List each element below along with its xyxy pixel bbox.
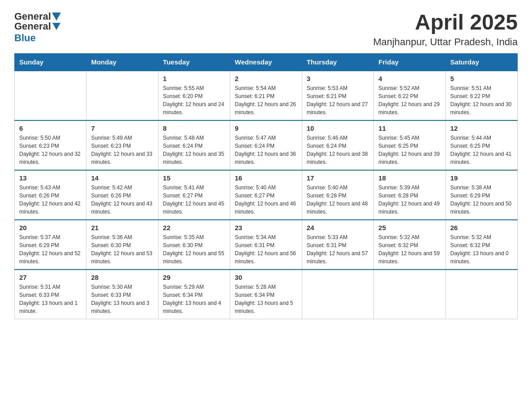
day-number: 3 [307,75,369,82]
header-sunday: Sunday [15,53,86,71]
logo-general-text2: General [14,21,51,32]
day-detail: Sunrise: 5:36 AMSunset: 6:30 PMDaylight:… [91,233,153,265]
calendar-cell: 8Sunrise: 5:48 AMSunset: 6:24 PMDaylight… [158,120,230,170]
week-row-1: 1Sunrise: 5:55 AMSunset: 6:20 PMDaylight… [15,71,518,120]
calendar-cell: 10Sunrise: 5:46 AMSunset: 6:24 PMDayligh… [302,120,373,170]
day-number: 20 [19,224,82,231]
day-number: 25 [378,224,441,231]
day-number: 23 [235,224,297,231]
calendar-cell: 15Sunrise: 5:41 AMSunset: 6:27 PMDayligh… [158,170,230,220]
calendar-cell: 28Sunrise: 5:30 AMSunset: 6:33 PMDayligh… [86,270,158,319]
day-number: 18 [378,174,441,182]
day-detail: Sunrise: 5:29 AMSunset: 6:34 PMDaylight:… [163,283,225,315]
day-number: 19 [450,174,513,182]
calendar-cell: 25Sunrise: 5:32 AMSunset: 6:32 PMDayligh… [374,220,446,270]
day-detail: Sunrise: 5:39 AMSunset: 6:28 PMDaylight:… [378,184,441,216]
day-detail: Sunrise: 5:32 AMSunset: 6:32 PMDaylight:… [378,233,441,265]
logo-blue-text: Blue [14,32,36,43]
day-number: 10 [307,124,369,132]
week-row-3: 13Sunrise: 5:43 AMSunset: 6:26 PMDayligh… [15,170,518,220]
calendar-cell [302,270,373,319]
calendar-cell: 5Sunrise: 5:51 AMSunset: 6:22 PMDaylight… [446,71,517,120]
day-number: 1 [163,75,225,82]
day-detail: Sunrise: 5:31 AMSunset: 6:33 PMDaylight:… [19,283,82,315]
title-block: April 2025 Manjhanpur, Uttar Pradesh, In… [373,11,518,48]
calendar-cell: 1Sunrise: 5:55 AMSunset: 6:20 PMDaylight… [158,71,230,120]
day-detail: Sunrise: 5:34 AMSunset: 6:31 PMDaylight:… [235,233,297,265]
day-detail: Sunrise: 5:38 AMSunset: 6:29 PMDaylight:… [450,184,513,216]
calendar-cell: 9Sunrise: 5:47 AMSunset: 6:24 PMDaylight… [230,120,302,170]
header-monday: Monday [86,53,158,71]
calendar-cell: 21Sunrise: 5:36 AMSunset: 6:30 PMDayligh… [86,220,158,270]
day-number: 24 [307,224,369,231]
day-detail: Sunrise: 5:51 AMSunset: 6:22 PMDaylight:… [450,84,513,116]
day-number: 29 [163,274,225,281]
calendar-cell: 30Sunrise: 5:28 AMSunset: 6:34 PMDayligh… [230,270,302,319]
header-tuesday: Tuesday [158,53,230,71]
day-detail: Sunrise: 5:42 AMSunset: 6:26 PMDaylight:… [91,184,153,216]
day-detail: Sunrise: 5:43 AMSunset: 6:26 PMDaylight:… [19,184,82,216]
calendar-cell: 16Sunrise: 5:40 AMSunset: 6:27 PMDayligh… [230,170,302,220]
calendar-cell: 6Sunrise: 5:50 AMSunset: 6:23 PMDaylight… [15,120,86,170]
calendar-cell: 3Sunrise: 5:53 AMSunset: 6:21 PMDaylight… [302,71,373,120]
day-detail: Sunrise: 5:30 AMSunset: 6:33 PMDaylight:… [91,283,153,315]
day-number: 5 [450,75,513,82]
day-number: 4 [378,75,441,82]
calendar-cell: 4Sunrise: 5:52 AMSunset: 6:22 PMDaylight… [374,71,446,120]
day-number: 30 [235,274,297,281]
calendar-cell: 12Sunrise: 5:44 AMSunset: 6:25 PMDayligh… [446,120,517,170]
week-row-5: 27Sunrise: 5:31 AMSunset: 6:33 PMDayligh… [15,270,518,319]
calendar-cell: 17Sunrise: 5:40 AMSunset: 6:28 PMDayligh… [302,170,373,220]
calendar-cell: 23Sunrise: 5:34 AMSunset: 6:31 PMDayligh… [230,220,302,270]
calendar-cell: 29Sunrise: 5:29 AMSunset: 6:34 PMDayligh… [158,270,230,319]
calendar-cell: 27Sunrise: 5:31 AMSunset: 6:33 PMDayligh… [15,270,86,319]
day-detail: Sunrise: 5:41 AMSunset: 6:27 PMDaylight:… [163,184,225,216]
day-number: 22 [163,224,225,231]
day-number: 2 [235,75,297,82]
day-number: 26 [450,224,513,231]
logo: General General Blue [14,11,62,44]
header-thursday: Thursday [302,53,373,71]
week-row-2: 6Sunrise: 5:50 AMSunset: 6:23 PMDaylight… [15,120,518,170]
calendar-cell: 26Sunrise: 5:32 AMSunset: 6:32 PMDayligh… [446,220,517,270]
day-detail: Sunrise: 5:35 AMSunset: 6:30 PMDaylight:… [163,233,225,265]
calendar-cell: 24Sunrise: 5:33 AMSunset: 6:31 PMDayligh… [302,220,373,270]
day-number: 7 [91,124,153,132]
day-detail: Sunrise: 5:28 AMSunset: 6:34 PMDaylight:… [235,283,297,315]
page-header: General General Blue April 2025 Manjhanp… [14,11,518,48]
day-number: 17 [307,174,369,182]
weekday-header-row: Sunday Monday Tuesday Wednesday Thursday… [15,53,518,71]
logo-triangle-icon [52,13,61,21]
header-wednesday: Wednesday [230,53,302,71]
calendar-cell: 20Sunrise: 5:37 AMSunset: 6:29 PMDayligh… [15,220,86,270]
logo-arrow-icon [52,23,60,30]
day-number: 12 [450,124,513,132]
header-friday: Friday [374,53,446,71]
day-number: 14 [91,174,153,182]
day-detail: Sunrise: 5:54 AMSunset: 6:21 PMDaylight:… [235,84,297,116]
calendar-table: Sunday Monday Tuesday Wednesday Thursday… [14,53,518,319]
calendar-cell: 14Sunrise: 5:42 AMSunset: 6:26 PMDayligh… [86,170,158,220]
day-detail: Sunrise: 5:53 AMSunset: 6:21 PMDaylight:… [307,84,369,116]
day-detail: Sunrise: 5:55 AMSunset: 6:20 PMDaylight:… [163,84,225,116]
day-detail: Sunrise: 5:50 AMSunset: 6:23 PMDaylight:… [19,134,82,166]
day-detail: Sunrise: 5:40 AMSunset: 6:28 PMDaylight:… [307,184,369,216]
day-detail: Sunrise: 5:47 AMSunset: 6:24 PMDaylight:… [235,134,297,166]
day-number: 13 [19,174,82,182]
day-detail: Sunrise: 5:48 AMSunset: 6:24 PMDaylight:… [163,134,225,166]
day-detail: Sunrise: 5:46 AMSunset: 6:24 PMDaylight:… [307,134,369,166]
day-detail: Sunrise: 5:52 AMSunset: 6:22 PMDaylight:… [378,84,441,116]
header-saturday: Saturday [446,53,517,71]
calendar-cell: 7Sunrise: 5:49 AMSunset: 6:23 PMDaylight… [86,120,158,170]
day-detail: Sunrise: 5:37 AMSunset: 6:29 PMDaylight:… [19,233,82,265]
calendar-cell [15,71,86,120]
week-row-4: 20Sunrise: 5:37 AMSunset: 6:29 PMDayligh… [15,220,518,270]
day-detail: Sunrise: 5:33 AMSunset: 6:31 PMDaylight:… [307,233,369,265]
day-number: 15 [163,174,225,182]
calendar-cell: 11Sunrise: 5:45 AMSunset: 6:25 PMDayligh… [374,120,446,170]
day-number: 8 [163,124,225,132]
calendar-cell: 22Sunrise: 5:35 AMSunset: 6:30 PMDayligh… [158,220,230,270]
calendar-cell: 18Sunrise: 5:39 AMSunset: 6:28 PMDayligh… [374,170,446,220]
day-detail: Sunrise: 5:45 AMSunset: 6:25 PMDaylight:… [378,134,441,166]
day-detail: Sunrise: 5:49 AMSunset: 6:23 PMDaylight:… [91,134,153,166]
